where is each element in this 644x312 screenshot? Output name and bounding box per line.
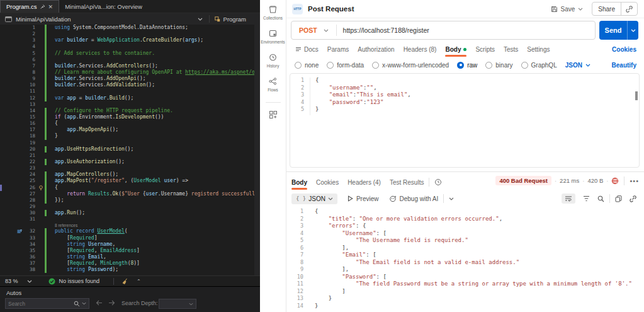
- tab-settings[interactable]: Settings: [527, 46, 550, 53]
- response-tab-test-results[interactable]: Test Results: [390, 179, 424, 186]
- issues-status[interactable]: No issues found: [59, 278, 100, 284]
- search-input[interactable]: [6, 301, 74, 307]
- search-depth-label: Search Depth:: [121, 300, 158, 306]
- search-icon[interactable]: [597, 195, 604, 202]
- cookies-link[interactable]: Cookies: [612, 46, 636, 53]
- code-line: 8// Learn more about configuring OpenAPI…: [0, 69, 254, 76]
- response-format-dropdown[interactable]: { } JSON: [291, 194, 337, 204]
- tab-headers[interactable]: Headers (8): [404, 46, 437, 53]
- save-icon: [551, 6, 558, 13]
- filter-icon[interactable]: [583, 195, 590, 202]
- response-body-viewer[interactable]: 1{2 "title": "One or more validation err…: [290, 208, 640, 311]
- code-line: 11: [0, 88, 254, 95]
- autos-search-box[interactable]: [5, 298, 89, 309]
- method-dropdown[interactable]: POST: [291, 26, 324, 34]
- code-line: 9builder.Services.AddOpenApi();: [0, 76, 254, 82]
- postman-pane: Collections Environments History Flows H…: [260, 0, 644, 312]
- tab-authorization[interactable]: Authorization: [358, 46, 394, 53]
- save-button[interactable]: Save: [551, 6, 584, 13]
- body-mode-none[interactable]: none: [295, 62, 319, 69]
- member-scope-dropdown[interactable]: Program: [223, 16, 246, 23]
- back-arrow-icon[interactable]: [96, 300, 103, 306]
- json-line: 10 "Password": [: [290, 274, 640, 281]
- body-mode-binary[interactable]: binary: [485, 62, 512, 69]
- tab-tests[interactable]: Tests: [504, 46, 518, 53]
- share-button[interactable]: Share: [592, 2, 638, 16]
- tab-overview[interactable]: MinimalApiVa...ion: Overview: [59, 0, 148, 13]
- search-depth-dropdown[interactable]: [159, 299, 196, 309]
- response-tab-body[interactable]: Body: [291, 179, 307, 186]
- network-icon[interactable]: [611, 177, 619, 185]
- editor-scrollbar-thumb[interactable]: [635, 91, 638, 100]
- editor-scrollbar[interactable]: [254, 25, 260, 275]
- json-line: 1{: [290, 208, 640, 216]
- wrap-icon[interactable]: [562, 194, 575, 204]
- code-line: 38 string Password);: [0, 267, 254, 273]
- broom-icon[interactable]: [121, 278, 129, 285]
- search-icon[interactable]: [74, 301, 80, 307]
- quick-actions-icon[interactable]: [38, 185, 43, 190]
- link-icon[interactable]: [630, 195, 636, 202]
- code-line: 17 app.MapOpenApi();: [0, 127, 254, 133]
- body-mode-urlencoded[interactable]: x-www-form-urlencoded: [372, 62, 449, 69]
- visual-studio-pane: Program.cs ✕ MinimalApiVa...ion: Overvie…: [0, 0, 260, 312]
- active-tab-underline: [291, 188, 307, 190]
- tab-program-cs[interactable]: Program.cs ✕: [0, 0, 59, 13]
- forward-arrow-icon[interactable]: [108, 300, 115, 306]
- code-lens: 8 references: [0, 222, 254, 228]
- send-button[interactable]: Send: [599, 21, 638, 40]
- code-line: 35 [Required, EmailAddress]: [0, 248, 254, 254]
- postman-main: HTTP Post Request Save Share POST h: [286, 0, 644, 312]
- postman-sidebar: Collections Environments History Flows: [260, 0, 286, 312]
- close-icon[interactable]: ✕: [48, 4, 54, 10]
- code-line: 3var builder = WebApplication.CreateBuil…: [0, 37, 254, 43]
- json-line: 2 "title": "One or more validation error…: [290, 216, 640, 223]
- json-line: 12 ]: [290, 288, 640, 296]
- tab-params[interactable]: Params: [327, 46, 349, 53]
- json-line: 13 }: [290, 295, 640, 303]
- response-time[interactable]: 221 ms: [560, 177, 579, 184]
- code-line: 20app.UseHttpsRedirection();: [0, 146, 254, 153]
- preview-button[interactable]: Preview: [347, 195, 379, 202]
- sidebar-item-more-modules[interactable]: [269, 110, 278, 119]
- tab-body[interactable]: Body: [445, 46, 466, 53]
- tab-docs[interactable]: Docs: [295, 46, 319, 53]
- debug-with-ai-button[interactable]: Debug with AI: [389, 195, 439, 202]
- code-line: 33 [Required]: [0, 235, 254, 241]
- link-icon[interactable]: [621, 6, 637, 13]
- body-mode-raw[interactable]: raw: [457, 62, 477, 69]
- response-size[interactable]: 420 B: [587, 177, 603, 184]
- project-dropdown[interactable]: MinimalApiValidation: [16, 16, 71, 23]
- reference-icon[interactable]: [17, 229, 23, 234]
- tab-label: MinimalApiVa...ion: Overview: [65, 3, 142, 10]
- chevron-down-icon[interactable]: [82, 302, 86, 305]
- sidebar-item-history[interactable]: History: [267, 53, 280, 68]
- pin-icon[interactable]: [40, 4, 45, 9]
- caret-up-icon[interactable]: ⌃: [137, 279, 141, 284]
- body-mode-graphql[interactable]: GraphQL: [521, 62, 557, 69]
- zoom-level-dropdown[interactable]: 83 %: [0, 278, 37, 284]
- copy-icon[interactable]: [615, 195, 622, 202]
- beautify-link[interactable]: Beautify: [612, 62, 636, 69]
- sidebar-item-collections[interactable]: Collections: [263, 5, 283, 20]
- response-tab-headers[interactable]: Headers (4): [347, 179, 381, 186]
- response-tab-cookies[interactable]: Cookies: [316, 179, 339, 186]
- chevron-down-icon[interactable]: [449, 197, 454, 200]
- status-badge[interactable]: 400 Bad Request: [495, 176, 551, 185]
- code-editor[interactable]: 1using System.ComponentModel.DataAnnotat…: [0, 25, 254, 275]
- http-badge-icon: HTTP: [292, 4, 303, 14]
- clock-history-icon[interactable]: [434, 178, 442, 186]
- raw-format-dropdown[interactable]: JSON: [565, 62, 590, 69]
- chevron-down-icon[interactable]: [198, 18, 203, 21]
- sidebar-item-flows[interactable]: Flows: [268, 77, 278, 92]
- request-body-editor[interactable]: 1{2 "username":"",3 "email":"This is ema…: [290, 73, 640, 168]
- code-line: 26{: [0, 185, 254, 191]
- more-icon[interactable]: •••: [630, 177, 639, 185]
- tab-scripts[interactable]: Scripts: [475, 46, 495, 53]
- body-mode-form-data[interactable]: form-data: [327, 62, 364, 69]
- send-options-caret[interactable]: [627, 21, 638, 40]
- code-line: 19: [0, 140, 254, 146]
- url-input[interactable]: https://localhost:7188/register: [343, 26, 429, 34]
- sidebar-item-environments[interactable]: Environments: [261, 29, 285, 44]
- editor-status-bar: 83 % No issues found ⌃: [0, 275, 260, 286]
